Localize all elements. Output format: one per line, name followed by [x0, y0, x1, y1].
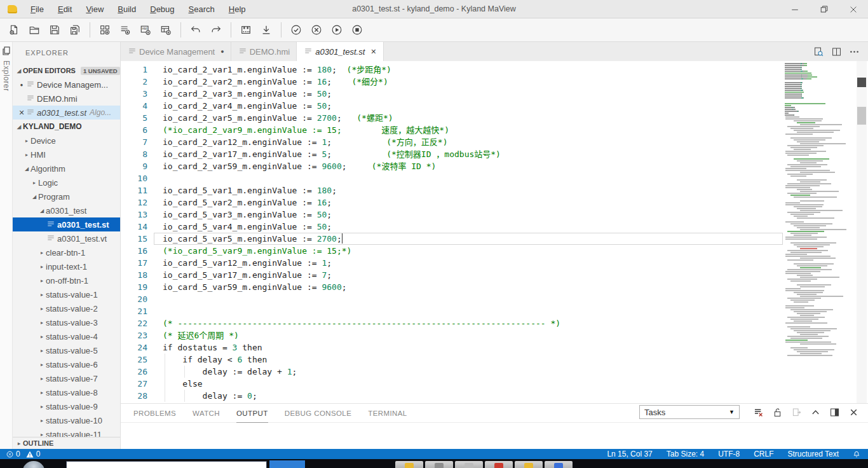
code-line-17[interactable]: 17io_card_5_var12_m.enginValue := 1;: [121, 257, 782, 269]
open-editor-item[interactable]: ✕a0301_test.stAlgo...: [13, 106, 120, 120]
editor-scrollbar[interactable]: [857, 61, 867, 403]
explorer-pages-icon[interactable]: [1, 46, 12, 58]
tab-a0301_test.st[interactable]: a0301_test.st✕: [297, 42, 383, 61]
toolbar-new-project-button[interactable]: [95, 21, 114, 39]
collapse-panel-button[interactable]: [806, 407, 825, 418]
panel-tab-output[interactable]: OUTPUT: [236, 404, 268, 423]
menu-help[interactable]: Help: [222, 0, 253, 18]
code-line-6[interactable]: 6(*io_card_2_var9_m.enginValue := 15; 速度…: [121, 124, 782, 136]
problems-status[interactable]: 0 0: [6, 450, 40, 458]
panel-tab-terminal[interactable]: TERMINAL: [368, 404, 407, 423]
code-line-1[interactable]: 1io_card_2_var1_m.enginValue := 180; (*步…: [121, 64, 782, 76]
toolbar-add-hmi-button[interactable]: HMI: [136, 21, 155, 39]
tree-item-input-text-1[interactable]: ▸input-text-1: [13, 259, 120, 273]
tree-item-status-value-8[interactable]: ▸status-value-8: [13, 385, 120, 399]
code-line-15[interactable]: 15io_card_5_var5_m.enginValue := 2700;: [121, 233, 782, 245]
dirty-dot-icon[interactable]: ●: [17, 82, 27, 88]
code-line-9[interactable]: 9io_card_2_var59_m.enginValue := 9600; (…: [121, 160, 782, 172]
tree-item-a0301_test[interactable]: ◢a0301_test: [13, 203, 120, 217]
code-line-2[interactable]: 2io_card_2_var2_m.enginValue := 16; (*细分…: [121, 76, 782, 88]
tab-size-status[interactable]: Tab Size: 4: [667, 450, 704, 458]
code-line-28[interactable]: 28 delay := 0;: [121, 390, 782, 402]
panel-tab-problems[interactable]: PROBLEMS: [133, 404, 176, 423]
code-line-13[interactable]: 13io_card_5_var3_m.enginValue := 50;: [121, 209, 782, 221]
notifications-bell-icon[interactable]: [853, 450, 860, 458]
tree-item-on-off-btn-1[interactable]: ▸on-off-btn-1: [13, 273, 120, 287]
tree-item-a0301_test.vt[interactable]: a0301_test.vt: [13, 231, 120, 245]
code-line-11[interactable]: 11io_card_5_var1_m.enginValue := 180;: [121, 184, 782, 196]
toolbar-add-device-button[interactable]: [156, 21, 175, 39]
more-actions-button[interactable]: [845, 46, 863, 57]
tree-item-clear-btn-1[interactable]: ▸clear-btn-1: [13, 245, 120, 259]
toolbar-run-circle-button[interactable]: [327, 21, 346, 39]
code-line-3[interactable]: 3io_card_2_var3_m.enginValue := 50;: [121, 88, 782, 100]
panel-tab-debug-console[interactable]: DEBUG CONSOLE: [285, 404, 352, 423]
toolbar-download-button[interactable]: [257, 21, 276, 39]
tree-item-status-value-4[interactable]: ▸status-value-4: [13, 329, 120, 343]
toolbar-check-circle-button[interactable]: [287, 21, 306, 39]
taskbar-app-button[interactable]: [545, 461, 573, 468]
tab-Device Management[interactable]: Device Management●: [121, 42, 231, 61]
toolbar-redo-button[interactable]: [207, 21, 226, 39]
unlock-button[interactable]: [768, 407, 787, 418]
code-line-20[interactable]: 20: [121, 293, 782, 305]
tree-item-status-value-2[interactable]: ▸status-value-2: [13, 301, 120, 315]
taskbar-search-box[interactable]: [66, 461, 267, 468]
toolbar-add-algorithm-button[interactable]: [116, 21, 135, 39]
taskbar-pinned-app[interactable]: [269, 460, 305, 468]
tree-item-status-value-3[interactable]: ▸status-value-3: [13, 315, 120, 329]
close-icon[interactable]: ✕: [17, 109, 27, 117]
code-line-24[interactable]: 24if dostatus = 3 then: [121, 341, 782, 354]
taskbar-app-button[interactable]: [455, 461, 483, 468]
code-line-27[interactable]: 27 else: [121, 378, 782, 390]
open-editor-item[interactable]: DEMO.hmi: [13, 92, 120, 106]
code-line-18[interactable]: 18io_card_5_var17_m.enginValue := 7;: [121, 269, 782, 281]
taskbar-app-button[interactable]: [425, 461, 453, 468]
code-line-19[interactable]: 19io_card_5_var59_m.enginValue := 9600;: [121, 281, 782, 293]
language-mode-status[interactable]: Structured Text: [788, 450, 839, 458]
encoding-status[interactable]: UTF-8: [718, 450, 740, 458]
menu-debug[interactable]: Debug: [143, 0, 181, 18]
window-restore-icon[interactable]: [810, 0, 839, 18]
tree-item-status-value-6[interactable]: ▸status-value-6: [13, 357, 120, 371]
tree-item-Logic[interactable]: ▸Logic: [13, 176, 120, 189]
code-line-5[interactable]: 5io_card_2_var5_m.enginValue := 2700; (*…: [121, 112, 782, 124]
taskbar-app-button[interactable]: [485, 461, 513, 468]
window-minimize-icon[interactable]: [780, 0, 810, 18]
tree-item-Program[interactable]: ◢Program: [13, 189, 120, 203]
menu-search[interactable]: Search: [182, 0, 222, 18]
toolbar-new-file-button[interactable]: [4, 21, 24, 39]
cursor-position-status[interactable]: Ln 15, Col 37: [607, 450, 652, 458]
toolbar-deploy-button[interactable]: [236, 21, 255, 39]
code-line-7[interactable]: 7io_card_2_var12_m.enginValue := 1; (*方向…: [121, 136, 782, 148]
open-preview-button[interactable]: [810, 46, 827, 57]
menu-file[interactable]: File: [24, 0, 51, 18]
code-line-23[interactable]: 23(* 延迟6个周期 *): [121, 329, 782, 341]
tree-root[interactable]: ◢KYLAND_DEMO: [13, 120, 120, 134]
toolbar-open-folder-button[interactable]: [25, 21, 44, 39]
tree-item-Device[interactable]: ▸Device: [13, 134, 120, 148]
toolbar-undo-button[interactable]: [186, 21, 205, 39]
start-button[interactable]: [23, 461, 44, 468]
code-line-14[interactable]: 14io_card_5_var4_m.enginValue := 50;: [121, 221, 782, 233]
code-line-26[interactable]: 26 delay := delay + 1;: [121, 366, 782, 378]
code-line-22[interactable]: 22(* -----------------------------------…: [121, 317, 782, 329]
outline-section-header[interactable]: ▸ OUTLINE: [13, 437, 121, 449]
tree-item-status-value-9[interactable]: ▸status-value-9: [13, 399, 120, 413]
taskbar-app-button[interactable]: [395, 461, 423, 468]
open-editor-item[interactable]: ●Device Managem...: [13, 78, 120, 92]
code-line-16[interactable]: 16(*io_card_5_var9_m.enginValue := 15;*): [121, 245, 782, 257]
clear-output-button[interactable]: [749, 407, 768, 418]
eol-status[interactable]: CRLF: [754, 450, 773, 458]
paste-output-button[interactable]: [787, 407, 806, 418]
taskbar-app-button[interactable]: [515, 461, 543, 468]
output-channel-dropdown[interactable]: Tasks ▼: [639, 405, 740, 419]
code-line-10[interactable]: 10: [121, 172, 782, 184]
menu-view[interactable]: View: [79, 0, 111, 18]
code-line-21[interactable]: 21: [121, 305, 782, 317]
split-editor-button[interactable]: [827, 46, 845, 57]
toolbar-stop-circle-button[interactable]: [348, 21, 367, 39]
toolbar-save-button[interactable]: [45, 21, 64, 39]
code-editor[interactable]: 1io_card_2_var1_m.enginValue := 180; (*步…: [121, 61, 868, 403]
tree-item-status-value-1[interactable]: ▸status-value-1: [13, 287, 120, 301]
